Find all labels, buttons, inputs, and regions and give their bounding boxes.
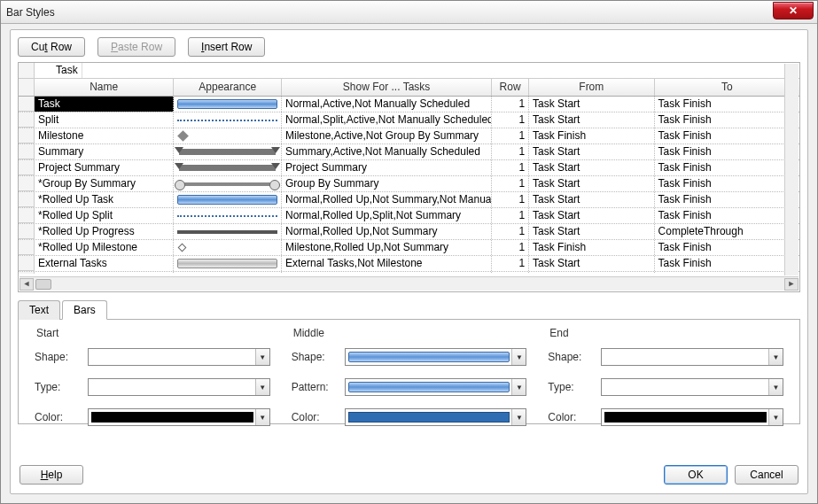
cell-appearance[interactable]: [174, 208, 282, 223]
close-button[interactable]: ✕: [773, 2, 814, 19]
cell-row[interactable]: 1: [492, 208, 529, 223]
cell-name[interactable]: *Rolled Up Split: [35, 208, 174, 223]
cell-show-for[interactable]: Milestone,Active,Not Group By Summary: [282, 128, 492, 143]
paste-row-button[interactable]: Paste Row: [97, 37, 175, 57]
table-row[interactable]: External MilestoneMilestone,External Tas…: [19, 272, 799, 274]
cell-name[interactable]: Milestone: [35, 128, 174, 143]
cell-appearance[interactable]: [174, 160, 282, 175]
row-header[interactable]: [19, 144, 35, 159]
cell-to[interactable]: Task Finish: [655, 112, 799, 128]
horizontal-scrollbar[interactable]: ◄ ►: [19, 276, 799, 291]
tab-bars[interactable]: Bars: [62, 300, 107, 320]
cell-name[interactable]: External Milestone: [35, 272, 174, 274]
cell-row[interactable]: 1: [492, 256, 529, 271]
table-row[interactable]: SummarySummary,Active,Not Manually Sched…: [19, 144, 799, 160]
cell-show-for[interactable]: Group By Summary: [282, 176, 492, 191]
cell-row[interactable]: 1: [492, 97, 529, 112]
cell-row[interactable]: 1: [492, 176, 529, 191]
scroll-thumb[interactable]: [35, 279, 51, 290]
cell-from[interactable]: Task Start: [529, 144, 655, 159]
end-type-combo[interactable]: ▼: [601, 378, 783, 396]
cancel-button[interactable]: Cancel: [735, 465, 799, 485]
middle-pattern-combo[interactable]: ▼: [345, 378, 527, 396]
cell-to[interactable]: Task Finish: [655, 160, 799, 175]
col-header-row[interactable]: Row: [492, 79, 529, 96]
row-header[interactable]: [19, 160, 35, 175]
col-header-from[interactable]: From: [529, 79, 655, 96]
start-type-combo[interactable]: ▼: [88, 378, 270, 396]
cell-from[interactable]: Task Start: [529, 192, 655, 207]
cell-from[interactable]: Task Start: [529, 112, 655, 128]
cell-name[interactable]: Project Summary: [35, 160, 174, 175]
middle-color-combo[interactable]: ▼: [345, 408, 527, 426]
cell-from[interactable]: Task Finish: [529, 272, 655, 274]
end-shape-combo[interactable]: ▼: [601, 348, 783, 366]
cell-from[interactable]: Task Start: [529, 176, 655, 191]
col-header-name[interactable]: Name: [35, 79, 174, 96]
start-shape-combo[interactable]: ▼: [88, 348, 270, 366]
table-row[interactable]: *Rolled Up SplitNormal,Rolled Up,Split,N…: [19, 208, 799, 224]
cell-show-for[interactable]: Project Summary: [282, 160, 492, 175]
cell-appearance[interactable]: [174, 224, 282, 239]
cell-row[interactable]: 1: [492, 128, 529, 143]
cell-to[interactable]: Task Finish: [655, 256, 799, 271]
cell-appearance[interactable]: [174, 97, 282, 112]
cell-to[interactable]: Task Finish: [655, 128, 799, 143]
cell-appearance[interactable]: [174, 144, 282, 159]
cell-to[interactable]: Task Finish: [655, 208, 799, 223]
cell-appearance[interactable]: [174, 272, 282, 274]
cell-row[interactable]: 1: [492, 224, 529, 239]
row-header[interactable]: [19, 112, 35, 128]
cell-appearance[interactable]: [174, 128, 282, 143]
cell-name[interactable]: *Rolled Up Milestone: [35, 240, 174, 255]
cell-from[interactable]: Task Start: [529, 256, 655, 271]
cell-to[interactable]: Task Finish: [655, 240, 799, 255]
cell-show-for[interactable]: Milestone,External Tasks: [282, 272, 492, 274]
cell-show-for[interactable]: Normal,Rolled Up,Not Summary: [282, 224, 492, 239]
vertical-scrollbar[interactable]: [784, 64, 799, 275]
table-row[interactable]: *Group By SummaryGroup By Summary1Task S…: [19, 176, 799, 192]
grid-body[interactable]: TaskNormal,Active,Not Manually Scheduled…: [19, 97, 799, 274]
row-header[interactable]: [19, 224, 35, 239]
cell-show-for[interactable]: Summary,Active,Not Manually Scheduled: [282, 144, 492, 159]
cell-appearance[interactable]: [174, 256, 282, 271]
row-header[interactable]: [19, 176, 35, 191]
cell-appearance[interactable]: [174, 112, 282, 128]
cell-to[interactable]: CompleteThrough: [655, 224, 799, 239]
row-header[interactable]: [19, 208, 35, 223]
cell-row[interactable]: 1: [492, 160, 529, 175]
start-color-combo[interactable]: ▼: [88, 408, 270, 426]
row-header[interactable]: [19, 192, 35, 207]
ok-button[interactable]: OK: [664, 465, 728, 485]
row-header[interactable]: [19, 256, 35, 271]
cell-show-for[interactable]: External Tasks,Not Milestone: [282, 256, 492, 271]
table-row[interactable]: TaskNormal,Active,Not Manually Scheduled…: [19, 97, 799, 112]
cell-name[interactable]: External Tasks: [35, 256, 174, 271]
table-row[interactable]: *Rolled Up MilestoneMilestone,Rolled Up,…: [19, 240, 799, 256]
cell-name[interactable]: Split: [35, 112, 174, 128]
grid-edit-row[interactable]: Task: [19, 63, 799, 79]
cell-row[interactable]: 1: [492, 240, 529, 255]
end-color-combo[interactable]: ▼: [601, 408, 783, 426]
cell-to[interactable]: Task Finish: [655, 192, 799, 207]
cell-row[interactable]: 1: [492, 112, 529, 128]
table-row[interactable]: Project SummaryProject Summary1Task Star…: [19, 160, 799, 176]
col-header-to[interactable]: To: [655, 79, 799, 96]
cell-name[interactable]: *Group By Summary: [35, 176, 174, 191]
table-row[interactable]: SplitNormal,Split,Active,Not Manually Sc…: [19, 112, 799, 128]
cell-name[interactable]: *Rolled Up Progress: [35, 224, 174, 239]
row-header[interactable]: [19, 272, 35, 274]
cell-appearance[interactable]: [174, 176, 282, 191]
insert-row-button[interactable]: Insert Row: [188, 37, 265, 57]
cell-show-for[interactable]: Normal,Split,Active,Not Manually Schedul…: [282, 112, 492, 128]
bar-styles-grid[interactable]: Task Name Appearance Show For ... Tasks …: [18, 62, 800, 292]
edit-cell[interactable]: Task: [35, 63, 82, 78]
titlebar[interactable]: Bar Styles ✕: [1, 1, 817, 24]
row-header[interactable]: [19, 97, 35, 112]
cell-to[interactable]: Task Finish: [655, 272, 799, 274]
cell-from[interactable]: Task Finish: [529, 128, 655, 143]
cell-show-for[interactable]: Normal,Rolled Up,Split,Not Summary: [282, 208, 492, 223]
help-button[interactable]: Help: [19, 465, 83, 485]
row-header[interactable]: [19, 128, 35, 143]
cell-name[interactable]: Task: [35, 97, 174, 112]
